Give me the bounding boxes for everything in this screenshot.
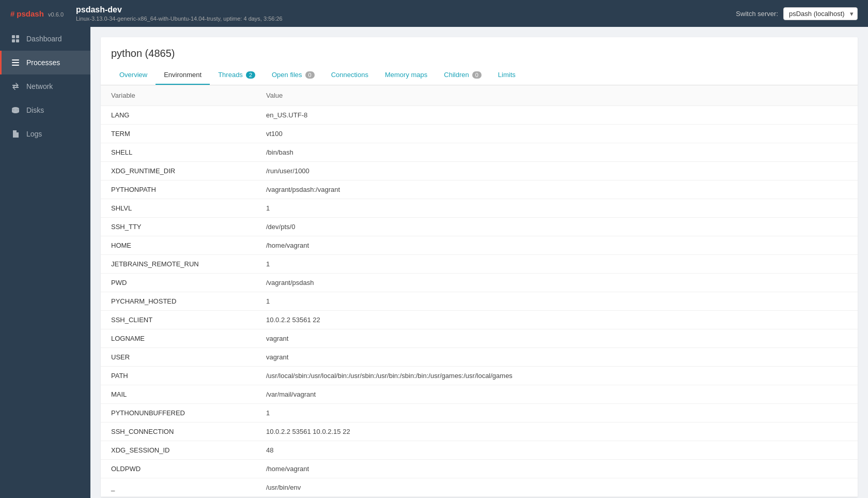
table-row: PYTHONUNBUFFERED1 bbox=[101, 404, 858, 422]
server-select-wrapper[interactable]: psDash (localhost) bbox=[783, 7, 858, 20]
env-value: 1 bbox=[256, 292, 858, 311]
env-value: en_US.UTF-8 bbox=[256, 106, 858, 125]
env-value: /usr/bin/env bbox=[256, 478, 858, 497]
svg-rect-2 bbox=[12, 39, 15, 42]
env-value: 48 bbox=[256, 441, 858, 460]
env-value: 1 bbox=[256, 404, 858, 422]
env-value: vagrant bbox=[256, 329, 858, 348]
sidebar-item-network[interactable]: Network bbox=[0, 74, 90, 98]
env-value: /run/user/1000 bbox=[256, 162, 858, 180]
table-row: SHLVL1 bbox=[101, 199, 858, 218]
env-variable: LOGNAME bbox=[101, 329, 256, 348]
sidebar-item-label: Processes bbox=[26, 58, 60, 67]
tab-label-environment: Environment bbox=[164, 71, 202, 79]
table-row: PWD/vagrant/psdash bbox=[101, 274, 858, 292]
tab-limits[interactable]: Limits bbox=[490, 66, 524, 85]
tab-environment[interactable]: Environment bbox=[156, 66, 210, 85]
table-row: XDG_RUNTIME_DIR/run/user/1000 bbox=[101, 162, 858, 180]
svg-rect-0 bbox=[12, 35, 15, 38]
tab-open-files[interactable]: Open files 0 bbox=[264, 66, 323, 85]
env-variable: USER bbox=[101, 348, 256, 367]
env-variable: PYTHONPATH bbox=[101, 180, 256, 199]
env-variable: HOME bbox=[101, 236, 256, 255]
tab-label-limits: Limits bbox=[498, 71, 516, 79]
content-area: python (4865) Overview Environment Threa… bbox=[90, 27, 868, 498]
sysinfo: Linux-3.13.0-34-generic-x86_64-with-Ubun… bbox=[76, 16, 736, 22]
tab-children[interactable]: Children 0 bbox=[436, 66, 490, 85]
table-row: JETBRAINS_REMOTE_RUN1 bbox=[101, 255, 858, 274]
brand-hash: # bbox=[10, 9, 14, 18]
col-value: Value bbox=[256, 85, 858, 106]
table-row: PATH/usr/local/sbin:/usr/local/bin:/usr/… bbox=[101, 367, 858, 385]
svg-rect-1 bbox=[16, 35, 19, 38]
sidebar-item-logs[interactable]: Logs bbox=[0, 122, 90, 146]
env-variable: PYCHARM_HOSTED bbox=[101, 292, 256, 311]
env-variable: TERM bbox=[101, 125, 256, 143]
sidebar: Dashboard Processes Network bbox=[0, 27, 90, 498]
env-value: 10.0.2.2 53561 10.0.2.15 22 bbox=[256, 422, 858, 441]
svg-rect-3 bbox=[16, 39, 19, 42]
table-row: MAIL/var/mail/vagrant bbox=[101, 385, 858, 404]
table-row: XDG_SESSION_ID48 bbox=[101, 441, 858, 460]
table-row: SSH_CLIENT10.0.2.2 53561 22 bbox=[101, 311, 858, 329]
table-row: SSH_CONNECTION10.0.2.2 53561 10.0.2.15 2… bbox=[101, 422, 858, 441]
tab-label-overview: Overview bbox=[119, 71, 147, 79]
env-value: /vagrant/psdash:/vagrant bbox=[256, 180, 858, 199]
server-select[interactable]: psDash (localhost) bbox=[783, 7, 858, 20]
env-variable: JETBRAINS_REMOTE_RUN bbox=[101, 255, 256, 274]
arrows-icon bbox=[11, 82, 20, 91]
tab-label-threads: Threads bbox=[218, 71, 243, 79]
env-variable: MAIL bbox=[101, 385, 256, 404]
env-variable: LANG bbox=[101, 106, 256, 125]
switch-server-label: Switch server: bbox=[736, 10, 778, 18]
tabs-bar: Overview Environment Threads 2 Open file… bbox=[101, 66, 858, 85]
svg-rect-8 bbox=[14, 133, 17, 134]
table-row: _/usr/bin/env bbox=[101, 478, 858, 497]
process-title: python (4865) bbox=[101, 37, 858, 59]
doc-icon bbox=[11, 129, 20, 139]
env-variable: SHLVL bbox=[101, 199, 256, 218]
sidebar-item-label: Disks bbox=[26, 106, 44, 114]
table-row: HOME/home/vagrant bbox=[101, 236, 858, 255]
env-variable: _ bbox=[101, 478, 256, 497]
env-value: 1 bbox=[256, 199, 858, 218]
env-table-head: Variable Value bbox=[101, 85, 858, 106]
sidebar-item-dashboard[interactable]: Dashboard bbox=[0, 27, 90, 51]
table-row: PYCHARM_HOSTED1 bbox=[101, 292, 858, 311]
sidebar-item-label: Dashboard bbox=[26, 35, 62, 43]
table-row: PYTHONPATH/vagrant/psdash:/vagrant bbox=[101, 180, 858, 199]
server-info-block: psdash-dev Linux-3.13.0-34-generic-x86_6… bbox=[66, 5, 736, 22]
svg-point-7 bbox=[12, 107, 19, 110]
env-variable: XDG_SESSION_ID bbox=[101, 441, 256, 460]
env-variable: SHELL bbox=[101, 143, 256, 162]
table-row: LOGNAMEvagrant bbox=[101, 329, 858, 348]
env-value: /bin/bash bbox=[256, 143, 858, 162]
env-variable: PWD bbox=[101, 274, 256, 292]
table-row: SHELL/bin/bash bbox=[101, 143, 858, 162]
table-row: OLDPWD/home/vagrant bbox=[101, 460, 858, 478]
env-value: /vagrant/psdash bbox=[256, 274, 858, 292]
svg-rect-4 bbox=[12, 59, 19, 61]
tab-overview[interactable]: Overview bbox=[111, 66, 156, 85]
svg-rect-9 bbox=[14, 134, 17, 135]
table-row: SSH_TTY/dev/pts/0 bbox=[101, 218, 858, 236]
svg-rect-5 bbox=[12, 62, 19, 63]
env-value: 10.0.2.2 53561 22 bbox=[256, 311, 858, 329]
tab-threads[interactable]: Threads 2 bbox=[210, 66, 264, 85]
page-wrapper: python (4865) Overview Environment Threa… bbox=[101, 37, 858, 497]
env-value: /var/mail/vagrant bbox=[256, 385, 858, 404]
sidebar-item-disks[interactable]: Disks bbox=[0, 98, 90, 122]
env-value: /home/vagrant bbox=[256, 236, 858, 255]
tab-badge-children: 0 bbox=[472, 71, 482, 79]
env-table-body: LANGen_US.UTF-8TERMvt100SHELL/bin/bashXD… bbox=[101, 106, 858, 497]
grid-icon bbox=[11, 34, 20, 43]
tab-memory-maps[interactable]: Memory maps bbox=[377, 66, 436, 85]
tab-connections[interactable]: Connections bbox=[323, 66, 377, 85]
env-variable: PATH bbox=[101, 367, 256, 385]
env-value: vt100 bbox=[256, 125, 858, 143]
env-table: Variable Value LANGen_US.UTF-8TERMvt100S… bbox=[101, 85, 858, 497]
sidebar-item-processes[interactable]: Processes bbox=[0, 51, 90, 74]
env-value: /home/vagrant bbox=[256, 460, 858, 478]
tab-badge-threads: 2 bbox=[246, 71, 255, 79]
env-value: /dev/pts/0 bbox=[256, 218, 858, 236]
